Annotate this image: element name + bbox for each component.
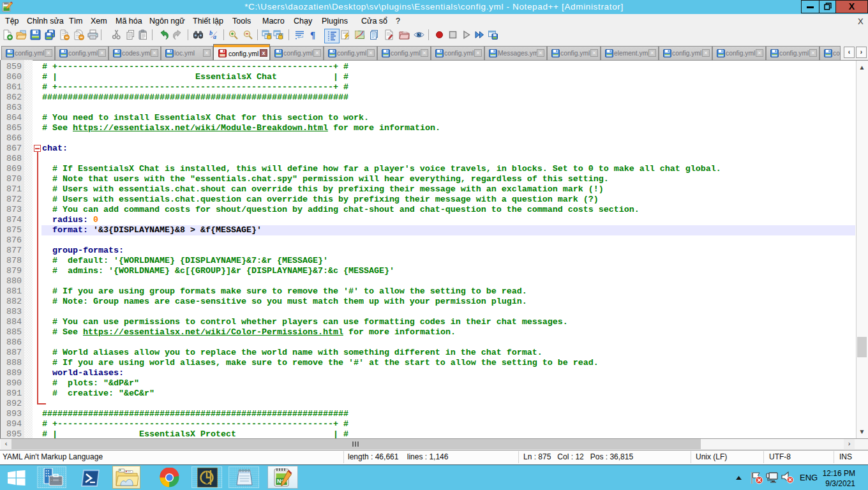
svg-text:b: b [209, 29, 213, 36]
svg-text:¶: ¶ [310, 30, 315, 40]
